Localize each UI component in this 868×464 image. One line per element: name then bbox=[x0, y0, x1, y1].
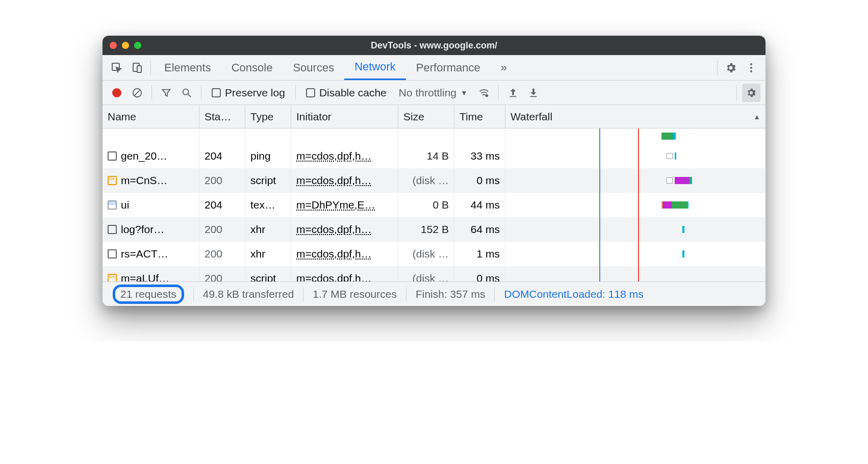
doc-file-icon bbox=[108, 249, 117, 259]
col-status[interactable]: Sta… bbox=[199, 105, 245, 128]
svg-point-3 bbox=[750, 63, 752, 65]
svg-rect-12 bbox=[530, 96, 537, 97]
request-name: gen_20… bbox=[121, 150, 167, 162]
devtools-tabstrip: Elements Console Sources Network Perform… bbox=[103, 55, 765, 81]
request-initiator[interactable]: m=cdos,dpf,h… bbox=[291, 168, 398, 193]
settings-gear-icon[interactable] bbox=[721, 58, 741, 78]
request-initiator[interactable]: m=cdos,dpf,h… bbox=[291, 217, 398, 242]
svg-point-8 bbox=[183, 89, 189, 94]
devtools-window: DevTools - www.google.com/ Elements Cons… bbox=[103, 36, 765, 306]
request-size: 152 B bbox=[398, 217, 454, 242]
request-waterfall bbox=[505, 168, 765, 193]
svg-point-4 bbox=[750, 67, 752, 69]
tab-console[interactable]: Console bbox=[221, 55, 283, 80]
request-name: rs=ACT… bbox=[121, 248, 168, 260]
waterfall-overview-row bbox=[103, 128, 765, 144]
requests-count-highlight: 21 requests bbox=[113, 285, 184, 304]
stat-finish: Finish: 357 ms bbox=[406, 287, 495, 301]
request-status: 200 bbox=[199, 168, 245, 193]
divider bbox=[295, 85, 296, 100]
network-conditions-icon[interactable] bbox=[475, 84, 493, 102]
divider bbox=[498, 85, 499, 100]
request-type: script bbox=[245, 168, 291, 193]
close-window-button[interactable] bbox=[110, 42, 117, 49]
request-status: 200 bbox=[199, 242, 245, 266]
request-size: 0 B bbox=[398, 193, 454, 217]
request-waterfall bbox=[505, 242, 765, 266]
request-initiator[interactable]: m=DhPYme,E… bbox=[291, 193, 398, 217]
request-name: m=aLUf… bbox=[121, 272, 169, 281]
sort-ascending-icon: ▲ bbox=[753, 113, 760, 121]
inspect-element-icon[interactable] bbox=[107, 58, 127, 78]
window-controls bbox=[110, 42, 141, 49]
request-waterfall bbox=[505, 193, 765, 217]
request-waterfall bbox=[505, 217, 765, 242]
tab-performance[interactable]: Performance bbox=[406, 55, 491, 80]
divider bbox=[151, 85, 152, 100]
script-file-icon bbox=[108, 176, 117, 185]
table-row[interactable]: ui204tex…m=DhPYme,E…0 B44 ms bbox=[103, 193, 765, 217]
preserve-log-checkbox[interactable]: Preserve log bbox=[212, 87, 285, 99]
request-time: 64 ms bbox=[454, 217, 505, 242]
request-status: 204 bbox=[199, 193, 245, 217]
device-toolbar-icon[interactable] bbox=[127, 58, 147, 78]
checkbox-icon bbox=[306, 88, 315, 97]
request-time: 0 ms bbox=[454, 266, 505, 281]
record-button[interactable] bbox=[108, 84, 126, 102]
request-time: 0 ms bbox=[454, 168, 505, 193]
network-toolbar: Preserve log Disable cache No throttling… bbox=[103, 81, 765, 105]
svg-point-5 bbox=[750, 70, 752, 72]
request-initiator[interactable]: m=cdos,dpf,h… bbox=[291, 144, 398, 168]
request-name: m=CnS… bbox=[121, 174, 168, 187]
table-row[interactable]: m=CnS…200scriptm=cdos,dpf,h…(disk …0 ms bbox=[103, 168, 765, 193]
request-size: 14 B bbox=[398, 144, 454, 168]
table-row[interactable]: gen_20…204pingm=cdos,dpf,h…14 B33 ms bbox=[103, 144, 765, 168]
request-initiator[interactable]: m=cdos,dpf,h… bbox=[291, 242, 398, 266]
request-type: script bbox=[245, 266, 291, 281]
maximize-window-button[interactable] bbox=[134, 42, 141, 49]
request-status: 200 bbox=[199, 266, 245, 281]
clear-button[interactable] bbox=[128, 84, 146, 102]
request-size: (disk … bbox=[398, 242, 454, 266]
table-row[interactable]: m=aLUf…200scriptm=cdos,dpf,h…(disk …0 ms bbox=[103, 266, 765, 281]
search-icon[interactable] bbox=[177, 84, 196, 102]
col-waterfall[interactable]: Waterfall ▲ bbox=[505, 105, 765, 128]
col-type[interactable]: Type bbox=[245, 105, 291, 128]
table-row[interactable]: log?for…200xhrm=cdos,dpf,h…152 B64 ms bbox=[103, 217, 765, 242]
divider bbox=[717, 60, 718, 75]
doc-file-icon bbox=[108, 151, 117, 161]
network-settings-gear-icon[interactable] bbox=[742, 84, 760, 102]
request-type: xhr bbox=[245, 217, 291, 242]
col-initiator[interactable]: Initiator bbox=[291, 105, 398, 128]
stat-transferred: 49.8 kB transferred bbox=[194, 287, 304, 301]
tab-network[interactable]: Network bbox=[344, 55, 406, 80]
request-size: (disk … bbox=[398, 266, 454, 281]
tabs-overflow[interactable]: » bbox=[491, 55, 517, 80]
kebab-menu-icon[interactable] bbox=[741, 58, 761, 78]
download-har-icon[interactable] bbox=[524, 84, 543, 102]
request-time: 33 ms bbox=[454, 144, 505, 168]
request-status: 200 bbox=[199, 217, 245, 242]
request-type: tex… bbox=[245, 193, 291, 217]
svg-line-9 bbox=[188, 94, 191, 97]
col-name[interactable]: Name bbox=[103, 105, 199, 128]
stat-domcontentloaded: DOMContentLoaded: 118 ms bbox=[495, 287, 652, 301]
tab-elements[interactable]: Elements bbox=[154, 55, 221, 80]
col-time[interactable]: Time bbox=[454, 105, 505, 128]
checkbox-icon bbox=[212, 88, 221, 97]
throttling-select[interactable]: No throttling ▼ bbox=[399, 87, 468, 99]
doc-file-icon bbox=[108, 225, 117, 234]
request-name: log?for… bbox=[121, 223, 164, 236]
upload-har-icon[interactable] bbox=[504, 84, 522, 102]
tab-sources[interactable]: Sources bbox=[283, 55, 344, 80]
col-size[interactable]: Size bbox=[398, 105, 454, 128]
request-type: xhr bbox=[245, 242, 291, 266]
disable-cache-checkbox[interactable]: Disable cache bbox=[306, 87, 387, 99]
table-header-row: Name Sta… Type Initiator Size Time Water… bbox=[103, 105, 765, 128]
filter-icon[interactable] bbox=[157, 84, 175, 102]
request-initiator[interactable]: m=cdos,dpf,h… bbox=[291, 266, 398, 281]
minimize-window-button[interactable] bbox=[122, 42, 129, 49]
divider bbox=[201, 85, 201, 100]
table-row[interactable]: rs=ACT…200xhrm=cdos,dpf,h…(disk …1 ms bbox=[103, 242, 765, 266]
network-table: Name Sta… Type Initiator Size Time Water… bbox=[103, 105, 765, 281]
